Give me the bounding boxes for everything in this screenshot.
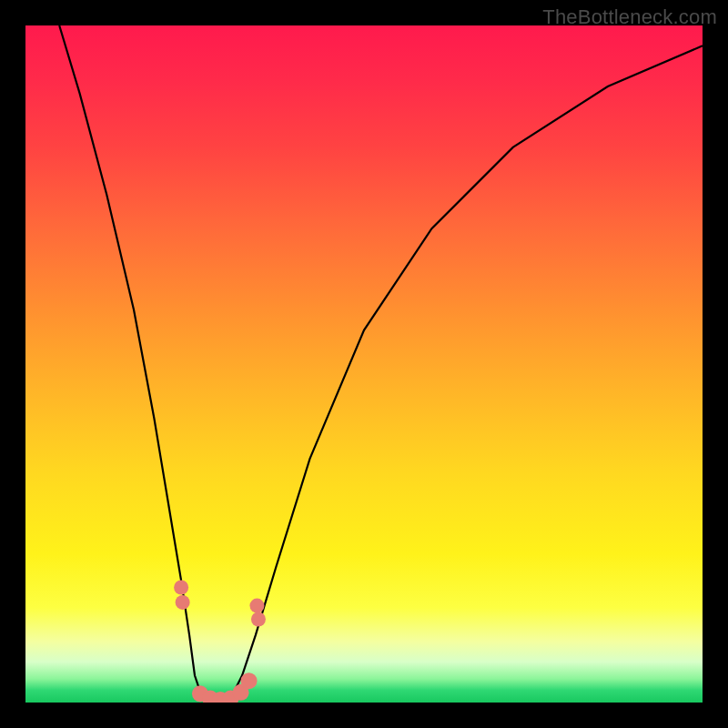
marker-left-pair-lower: [176, 595, 190, 610]
markers-group: [174, 581, 266, 703]
plot-area: [25, 25, 703, 703]
marker-right-pair-lower: [251, 612, 266, 626]
chart-svg: [25, 25, 703, 703]
marker-right-pair-upper: [249, 599, 264, 613]
marker-left-pair-upper: [174, 581, 188, 595]
chart-frame: TheBottleneck.com: [0, 0, 728, 728]
bottleneck-curve: [59, 25, 703, 703]
watermark-text: TheBottleneck.com: [542, 5, 717, 29]
trough-marker-6: [241, 672, 258, 689]
